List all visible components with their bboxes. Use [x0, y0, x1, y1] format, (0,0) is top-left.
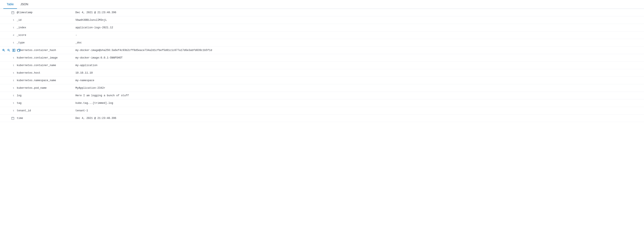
field-value: Dec 4, 2021 @ 21:23:40.396 [76, 11, 644, 14]
table-row: tlogHere I am logging a bunch of stuff [0, 92, 644, 99]
field-name: log [17, 94, 76, 97]
table-row: timeDec 4, 2021 @ 21:23:40.396 [0, 114, 644, 122]
tab-bar: Table JSON [0, 0, 644, 9]
field-value: Vbwdh30B1JunslIM3njL [76, 19, 644, 22]
type-text-symbol: t [13, 94, 14, 97]
field-value: _doc [76, 41, 644, 44]
svg-line-9 [9, 51, 10, 51]
type-text-symbol: t [13, 27, 14, 29]
type-text-symbol: t [13, 109, 14, 112]
filter-out-icon[interactable] [7, 48, 11, 52]
field-type-icon: t [0, 19, 17, 21]
main-container: Table JSON @timestampDec 4, 2021 @ 21:23… [0, 0, 644, 122]
type-number-symbol: # [13, 34, 14, 37]
type-text-symbol: t [13, 64, 14, 67]
field-name: kubernetes.container_hash [17, 49, 76, 52]
field-name: kubernetes.container_image [17, 56, 76, 59]
field-type-icon: t [0, 87, 17, 89]
table-row: #_score- [0, 32, 644, 39]
field-type-icon: t [0, 42, 17, 44]
field-value: my-docker-image:0.0.1-SNAPSHOT [76, 56, 644, 59]
field-name: kubernetes.container_name [17, 64, 76, 67]
table-row: ttenant_idtenant-1 [0, 107, 644, 114]
svg-rect-15 [12, 117, 14, 119]
table-row: tkubernetes.host10.10.11.10 [0, 69, 644, 77]
table-row: t_indexapplication-logs-2021.12 [0, 24, 644, 32]
field-name: @timestamp [17, 11, 76, 14]
field-type-icon [0, 11, 17, 14]
table-row: tkubernetes.pod_nameMyApplication-2342r [0, 84, 644, 92]
table-content: @timestampDec 4, 2021 @ 21:23:40.396t_id… [0, 9, 644, 122]
field-name: tag [17, 102, 76, 105]
field-type-icon: t [0, 27, 17, 29]
type-text-symbol: t [13, 79, 14, 82]
tab-json[interactable]: JSON [17, 0, 32, 9]
field-value: my-application [76, 64, 644, 67]
field-value: MyApplication-2342r [76, 87, 644, 90]
field-name: _score [17, 34, 76, 37]
field-value: my-docker-image@sha256:3a6ef4c93b2cff8d5… [76, 49, 644, 52]
field-type-icon: t [0, 79, 17, 82]
field-type-icon: # [0, 34, 17, 37]
field-value: my-namespace [76, 79, 644, 82]
table-row: tkubernetes.container_namemy-application [0, 62, 644, 69]
tab-table[interactable]: Table [3, 0, 17, 9]
field-name: tenant_id [17, 109, 76, 112]
type-text-symbol: t [13, 19, 14, 21]
field-value: - [76, 34, 644, 37]
table-row: @timestampDec 4, 2021 @ 21:23:40.396 [0, 9, 644, 16]
table-row: ttagkube.tag...[trimmed].log [0, 99, 644, 107]
field-value: 10.10.11.10 [76, 72, 644, 74]
field-name: _index [17, 26, 76, 29]
svg-rect-14 [18, 50, 20, 52]
field-name: kubernetes.host [17, 72, 76, 74]
field-type-icon: t [0, 94, 17, 97]
type-text-symbol: t [13, 42, 14, 44]
field-name: _id [17, 19, 76, 22]
table-row: tkubernetes.namespace_namemy-namespace [0, 77, 644, 84]
field-type-icon: t [0, 57, 17, 59]
field-name: time [17, 117, 76, 120]
table-row: t_idVbwdh30B1JunslIM3njL [0, 16, 644, 24]
svg-rect-11 [12, 49, 14, 51]
table-row: tkubernetes.container_hashmy-docker-imag… [0, 47, 644, 54]
field-name: kubernetes.namespace_name [17, 79, 76, 82]
svg-line-5 [4, 51, 5, 51]
type-text-symbol: t [13, 87, 14, 89]
field-type-icon: t [0, 102, 17, 104]
field-value: kube.tag...[trimmed].log [76, 102, 644, 105]
type-text-symbol: t [13, 57, 14, 59]
type-text-symbol: t [13, 72, 14, 74]
field-type-icon: t [0, 64, 17, 67]
table-row: t_type_doc [0, 39, 644, 47]
type-text-symbol: t [13, 102, 14, 104]
field-value: Here I am logging a bunch of stuff [76, 94, 644, 97]
field-value: Dec 4, 2021 @ 21:23:40.396 [76, 117, 644, 120]
table-row: tkubernetes.container_imagemy-docker-ima… [0, 54, 644, 62]
field-value: tenant-1 [76, 109, 644, 112]
svg-rect-0 [12, 11, 14, 14]
field-type-icon: t [0, 109, 17, 112]
filter-for-icon[interactable] [2, 48, 6, 52]
copy-icon[interactable] [17, 48, 21, 52]
toggle-column-icon[interactable] [12, 48, 16, 52]
row-actions [2, 48, 21, 52]
field-type-icon: t [0, 72, 17, 74]
field-type-icon [0, 117, 17, 120]
field-value: application-logs-2021.12 [76, 26, 644, 29]
svg-rect-12 [14, 49, 15, 51]
field-name: _type [17, 41, 76, 44]
field-name: kubernetes.pod_name [17, 87, 76, 90]
